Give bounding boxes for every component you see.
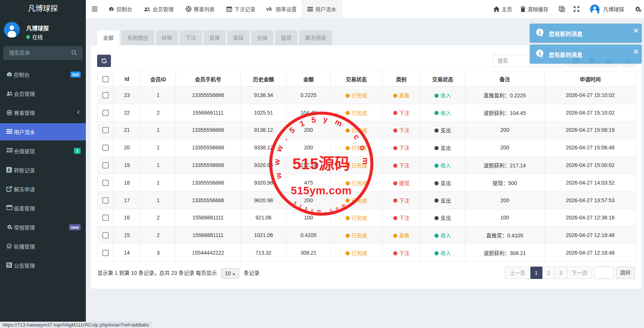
svg-text:515源码: 515源码 — [292, 155, 350, 173]
svg-text:文: 文 — [560, 6, 564, 10]
svg-text:vk: vk — [266, 7, 272, 11]
svg-text:515ym.com: 515ym.com — [291, 185, 352, 197]
